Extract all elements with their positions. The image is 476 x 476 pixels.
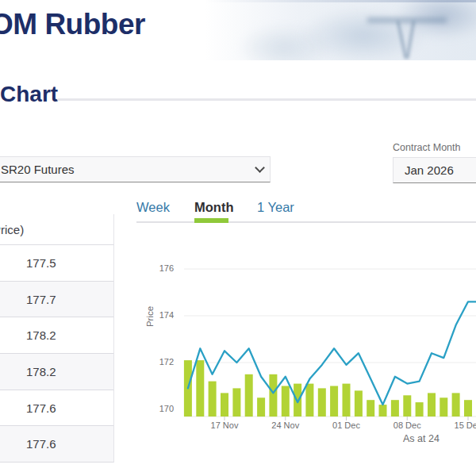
volume-bar	[209, 382, 217, 416]
table-cell-price: 177.6	[26, 401, 56, 415]
table-row[interactable]: 177.6	[0, 390, 113, 427]
volume-bar	[391, 400, 399, 416]
table-cell-price: 178.2	[26, 328, 56, 342]
volume-bar	[245, 374, 253, 416]
table-cell-price: 177.5	[26, 256, 56, 270]
table-row[interactable]: 177.6	[0, 426, 113, 463]
table-row[interactable]: 178.2	[0, 317, 113, 354]
volume-bar	[343, 384, 351, 416]
volume-bar	[196, 360, 204, 416]
volume-bar	[257, 397, 265, 416]
volume-bar	[330, 386, 338, 417]
volume-bar	[416, 402, 424, 416]
table-cell-price: 177.7	[26, 293, 56, 306]
table-row[interactable]: 177.5	[0, 245, 113, 282]
price-table-header: (Price)	[0, 214, 113, 245]
volume-bar	[440, 397, 447, 416]
volume-bar	[464, 400, 472, 416]
app-root: OM Rubber Chart SR20 Futures Contract Mo…	[0, 0, 476, 476]
volume-bar	[318, 388, 326, 416]
volume-bar	[221, 393, 228, 416]
table-cell-price: 178.2	[26, 365, 56, 378]
table-cell-price: 177.6	[26, 437, 56, 451]
volume-bar	[305, 384, 313, 416]
volume-bar	[355, 390, 363, 416]
price-table-body: 177.5177.7178.2178.2177.6177.6	[0, 245, 113, 463]
volume-bar	[379, 405, 387, 416]
volume-bar	[269, 374, 277, 416]
volume-bar	[294, 384, 301, 416]
volume-bar	[403, 395, 411, 416]
volume-bar	[232, 388, 240, 416]
volume-bar	[367, 400, 374, 416]
volume-bar	[282, 386, 290, 417]
table-row[interactable]: 178.2	[0, 354, 113, 390]
volume-bar	[452, 393, 460, 416]
price-table: (Price) 177.5177.7178.2178.2177.6177.6	[0, 214, 114, 463]
table-row[interactable]: 177.7	[0, 282, 113, 318]
volume-bar	[428, 393, 436, 416]
